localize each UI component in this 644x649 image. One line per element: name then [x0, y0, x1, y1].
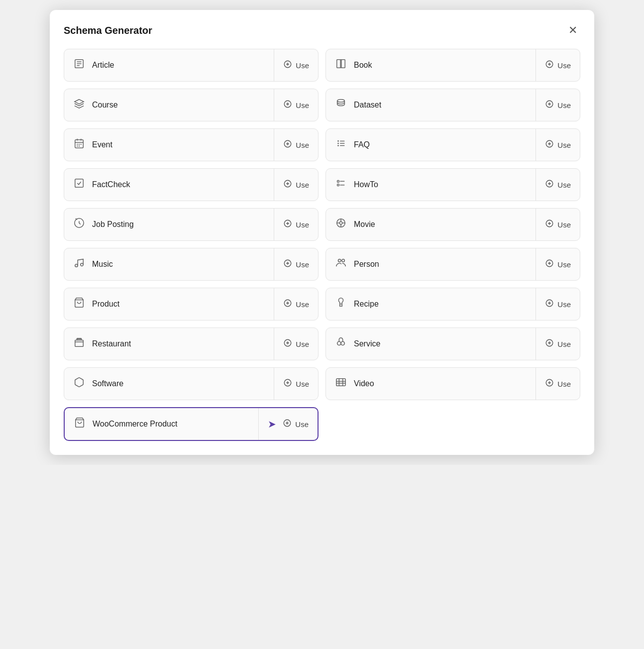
card-label-factcheck: FactCheck: [92, 180, 130, 189]
course-icon: [72, 98, 86, 112]
dataset-icon: [334, 98, 348, 112]
plus-circle-icon-product: [283, 299, 292, 310]
use-button-person[interactable]: Use: [536, 250, 580, 279]
card-left-course: Course: [64, 89, 274, 121]
use-button-howto[interactable]: Use: [536, 170, 580, 200]
svg-rect-8: [341, 60, 345, 68]
person-icon: [334, 257, 348, 271]
card-left-service: Service: [326, 328, 536, 360]
use-button-movie[interactable]: Use: [536, 210, 580, 239]
schema-card-jobposting: Job Posting Use: [64, 208, 319, 241]
use-button-product[interactable]: Use: [274, 290, 318, 319]
schema-card-restaurant: Restaurant Use: [64, 327, 319, 360]
plus-circle-icon-howto: [545, 179, 554, 191]
card-label-dataset: Dataset: [354, 101, 381, 109]
svg-point-33: [337, 140, 339, 142]
modal-title: Schema Generator: [64, 25, 152, 36]
restaurant-icon: [72, 337, 86, 351]
use-button-recipe[interactable]: Use: [536, 290, 580, 319]
jobposting-icon: [72, 217, 86, 231]
svg-point-89: [341, 341, 344, 345]
card-left-music: Music: [64, 248, 274, 280]
svg-point-88: [337, 341, 341, 345]
use-button-woocommerce[interactable]: ➤ Use: [259, 409, 318, 439]
svg-rect-7: [337, 60, 340, 68]
use-label-restaurant: Use: [296, 340, 309, 348]
svg-point-71: [342, 259, 345, 262]
card-label-movie: Movie: [354, 220, 375, 229]
svg-point-17: [337, 100, 345, 103]
card-label-video: Video: [354, 379, 374, 388]
use-button-music[interactable]: Use: [274, 250, 318, 279]
plus-circle-icon-movie: [545, 219, 554, 230]
plus-circle-icon-article: [283, 60, 292, 71]
use-label-woocommerce: Use: [295, 420, 309, 429]
use-button-article[interactable]: Use: [274, 51, 318, 80]
card-label-service: Service: [354, 339, 380, 348]
svg-rect-46: [337, 181, 339, 183]
plus-circle-icon-book: [545, 60, 554, 71]
use-button-factcheck[interactable]: Use: [274, 170, 318, 200]
plus-circle-icon-music: [283, 259, 292, 270]
svg-rect-48: [337, 184, 339, 186]
schema-card-howto: HowTo Use: [325, 168, 580, 201]
card-left-dataset: Dataset: [326, 89, 536, 121]
svg-point-70: [338, 259, 341, 262]
product-icon: [72, 297, 86, 311]
use-button-software[interactable]: Use: [274, 369, 318, 399]
schema-card-book: Book Use: [325, 49, 580, 82]
use-button-restaurant[interactable]: Use: [274, 329, 318, 359]
card-left-person: Person: [326, 248, 536, 280]
plus-circle-icon-event: [283, 139, 292, 151]
use-label-recipe: Use: [557, 300, 571, 309]
card-label-faq: FAQ: [354, 140, 370, 149]
card-label-software: Software: [92, 379, 123, 388]
card-label-jobposting: Job Posting: [92, 220, 134, 229]
faq-icon: [334, 138, 348, 152]
use-label-event: Use: [296, 141, 309, 149]
use-label-book: Use: [557, 61, 571, 70]
close-button[interactable]: ✕: [565, 24, 580, 37]
card-label-music: Music: [92, 260, 113, 269]
card-left-article: Article: [64, 49, 274, 81]
factcheck-icon: [72, 178, 86, 192]
use-button-event[interactable]: Use: [274, 130, 318, 160]
use-button-faq[interactable]: Use: [536, 130, 580, 160]
svg-rect-84: [77, 338, 81, 339]
svg-rect-83: [75, 340, 84, 346]
use-button-service[interactable]: Use: [536, 329, 580, 359]
use-label-software: Use: [296, 380, 309, 388]
card-label-course: Course: [92, 101, 118, 109]
schema-card-course: Course Use: [64, 89, 319, 121]
schema-card-software: Software Use: [64, 367, 319, 400]
schema-card-service: Service Use: [325, 327, 580, 360]
card-label-howto: HowTo: [354, 180, 378, 189]
use-label-music: Use: [296, 260, 309, 269]
use-button-jobposting[interactable]: Use: [274, 210, 318, 239]
article-icon: [72, 58, 86, 72]
use-label-video: Use: [557, 380, 571, 388]
software-icon: [72, 377, 86, 391]
plus-circle-icon-course: [283, 100, 292, 111]
schema-card-dataset: Dataset Use: [325, 89, 580, 121]
card-label-recipe: Recipe: [354, 300, 379, 309]
book-icon: [334, 58, 348, 72]
card-label-restaurant: Restaurant: [92, 339, 131, 348]
schema-card-video: Video Use: [325, 367, 580, 400]
use-button-book[interactable]: Use: [536, 51, 580, 80]
howto-icon: [334, 178, 348, 192]
svg-rect-96: [336, 379, 345, 386]
use-button-dataset[interactable]: Use: [536, 91, 580, 120]
plus-circle-icon-factcheck: [283, 179, 292, 191]
card-label-woocommerce: WooCommerce Product: [93, 420, 177, 429]
schema-card-factcheck: FactCheck Use: [64, 168, 319, 201]
schema-card-faq: FAQ Use: [325, 128, 580, 161]
plus-circle-icon-faq: [545, 139, 554, 151]
use-button-course[interactable]: Use: [274, 91, 318, 120]
svg-point-66: [81, 263, 84, 266]
card-left-restaurant: Restaurant: [64, 328, 274, 360]
card-label-event: Event: [92, 140, 112, 149]
use-button-video[interactable]: Use: [536, 369, 580, 399]
schema-card-music: Music Use: [64, 248, 319, 281]
card-label-book: Book: [354, 61, 372, 70]
